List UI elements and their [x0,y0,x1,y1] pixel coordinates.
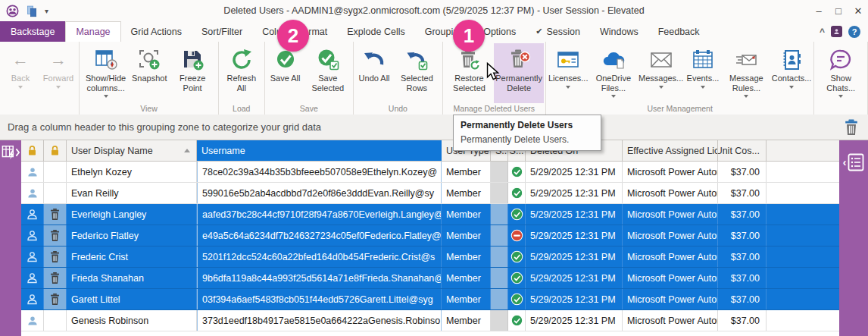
cell-user-type[interactable]: Member [442,183,491,203]
cell-user-display-name[interactable]: Evan Reilly [67,183,197,203]
row-trash-cell[interactable] [44,204,67,225]
tab-explode-cells[interactable]: Explode Cells [337,21,414,42]
row-trash-cell[interactable] [44,225,67,246]
close-button[interactable]: ✕ [848,0,868,21]
table-row[interactable]: Frederic Crist 5201f12dcc524c60a22bfed16… [21,247,839,268]
cell-user-type[interactable]: Member [442,268,491,288]
tab-manage[interactable]: Manage [65,21,120,42]
row-trash-cell[interactable] [44,247,67,267]
cell-unit-cost[interactable]: $37.00 [718,225,767,246]
cell-unit-cost[interactable]: $37.00 [718,310,767,331]
cell-username[interactable]: 78ce02c39a344b35b3bfeeeb507058e9Ethelyn.… [197,162,442,182]
cell-license[interactable]: Microsoft Power Automat [623,204,718,225]
cell-username[interactable]: e49a5c64a6234df7b246327234c05ef0Federico… [197,225,442,246]
collapse-ribbon-icon[interactable]: ^ [820,27,825,37]
header-lock-column[interactable] [21,140,44,161]
table-row[interactable]: Frieda Shanahan 9b6dfa119a8c44a993f25d56… [21,268,839,289]
cell-license[interactable]: Microsoft Power Automat [623,247,718,267]
cell-unit-cost[interactable]: $37.00 [718,268,767,288]
header-unit-cost[interactable]: Unit Cos... [718,140,767,161]
table-row[interactable]: Garett Littel 03f394a6aef5483f8cb051f44e… [21,289,839,310]
tab-feedback[interactable]: Feedback [648,21,710,42]
row-trash-cell[interactable] [44,183,67,203]
quick-access-caret-icon[interactable]: ▾ [45,7,48,15]
minimize-button[interactable]: – [809,0,829,21]
grouping-trash-icon[interactable] [843,118,860,139]
cell-unit-cost[interactable]: $37.00 [718,204,767,225]
table-row[interactable]: Ethelyn Kozey 78ce02c39a344b35b3bfeeeb50… [21,162,839,183]
tab-grid-actions[interactable]: Grid Actions [121,21,192,42]
row-trash-cell[interactable] [44,310,67,331]
cell-username[interactable]: aafed37bc28c44cf9710f28f947a8670Everleig… [197,204,442,225]
contacts-button[interactable]: Contacts... [771,43,812,103]
cell-deleted-on[interactable]: 5/29/2025 12:31 PM [526,289,623,309]
cell-user-display-name[interactable]: Everleigh Langley [67,204,197,225]
back-button[interactable]: ← Back [2,43,39,103]
cell-user-display-name[interactable]: Federico Flatley [67,225,197,246]
cell-deleted-on[interactable]: 5/29/2025 12:31 PM [526,183,623,203]
right-panel-strip[interactable]: ‹ [839,140,868,336]
save-all-button[interactable]: Save All [267,43,304,103]
expand-panel-chevron-icon[interactable]: ‹ [843,156,847,168]
tab-windows[interactable]: Windows [590,21,648,42]
cell-deleted-on[interactable]: 5/29/2025 12:31 PM [526,247,623,267]
header-user-display-name[interactable]: User Display Name [67,140,197,161]
cell-user-type[interactable]: Member [442,289,491,309]
cell-deleted-on[interactable]: 5/29/2025 12:31 PM [526,310,623,331]
cell-deleted-on[interactable]: 5/29/2025 12:31 PM [526,268,623,288]
cell-user-display-name[interactable]: Frederic Crist [67,247,197,267]
cell-username[interactable]: 9b6dfa119a8c44a993f25d5614a71e8fFrieda.S… [197,268,442,288]
events-button[interactable]: Events... [684,43,722,103]
freeze-point-button[interactable]: Freeze Point [168,43,217,103]
header-username[interactable]: Username [197,140,442,161]
cell-license[interactable]: Microsoft Power Automat [623,162,718,182]
tab-session[interactable]: ✔ Session [526,21,590,42]
row-trash-cell[interactable] [44,162,67,182]
undo-all-button[interactable]: Undo All [355,43,393,103]
cell-user-type[interactable]: Member [442,225,491,246]
left-panel-strip[interactable] [0,140,21,336]
maximize-button[interactable]: □ [829,0,848,21]
cell-username[interactable]: 599016e5b2ab4acdbbd7d2e0f86e3dddEvan.Rei… [197,183,442,203]
table-row[interactable]: Federico Flatley e49a5c64a6234df7b246327… [21,225,839,247]
cell-unit-cost[interactable]: $37.00 [718,289,767,309]
cell-user-display-name[interactable]: Genesis Robinson [67,310,197,331]
save-selected-button[interactable]: Save Selected [304,43,352,103]
show-hide-columns-button[interactable]: Show/Hide columns... [81,43,130,103]
cell-user-display-name[interactable]: Ethelyn Kozey [67,162,197,182]
header-lock-column-2[interactable] [44,140,67,161]
grouping-zone[interactable]: Drag a column header to this grouping zo… [0,115,868,140]
cell-deleted-on[interactable]: 5/29/2025 12:31 PM [526,162,623,182]
show-chats-button[interactable]: Show Chats... [816,43,866,103]
message-rules-button[interactable]: Message Rules... [722,43,771,103]
row-trash-cell[interactable] [44,289,67,309]
cell-user-type[interactable]: Member [442,204,491,225]
account-icon[interactable] [831,26,842,37]
cell-license[interactable]: Microsoft Power Automat [623,268,718,288]
cell-username[interactable]: 5201f12dcc524c60a22bfed164d0b454Frederic… [197,247,442,267]
cell-user-type[interactable]: Member [442,247,491,267]
cell-username[interactable]: 03f394a6aef5483f8cb051f44edd5726Garett.L… [197,289,442,309]
copy-windows-icon[interactable] [26,5,38,17]
messages-button[interactable]: Messages... [638,43,684,103]
cell-user-display-name[interactable]: Garett Littel [67,289,197,309]
cell-license[interactable]: Microsoft Power Automat [623,289,718,309]
cell-license[interactable]: Microsoft Power Automat [623,225,718,246]
cell-deleted-on[interactable]: 5/29/2025 12:31 PM [526,225,623,246]
cell-user-type[interactable]: Member [442,162,491,182]
tab-backstage[interactable]: Backstage [0,21,65,42]
cell-unit-cost[interactable]: $37.00 [718,183,767,203]
table-row[interactable]: Genesis Robinson 373d1eedf18b4917ae5815e… [21,310,839,331]
cell-unit-cost[interactable]: $37.00 [718,162,767,182]
row-trash-cell[interactable] [44,268,67,288]
cell-unit-cost[interactable]: $37.00 [718,247,767,267]
cell-username[interactable]: 373d1eedf18b4917ae5815e0a664222aGenesis.… [197,310,442,331]
cell-license[interactable]: Microsoft Power Automat [623,310,718,331]
table-row[interactable]: Everleigh Langley aafed37bc28c44cf9710f2… [21,204,839,225]
table-row[interactable]: Evan Reilly 599016e5b2ab4acdbbd7d2e0f86e… [21,183,839,204]
forward-button[interactable]: → Forward [39,43,77,103]
tab-sort-filter[interactable]: Sort/Filter [192,21,252,42]
cell-user-type[interactable]: Member [442,310,491,331]
help-icon[interactable]: ? [848,26,860,38]
snapshot-button[interactable]: Snapshot [130,43,168,103]
